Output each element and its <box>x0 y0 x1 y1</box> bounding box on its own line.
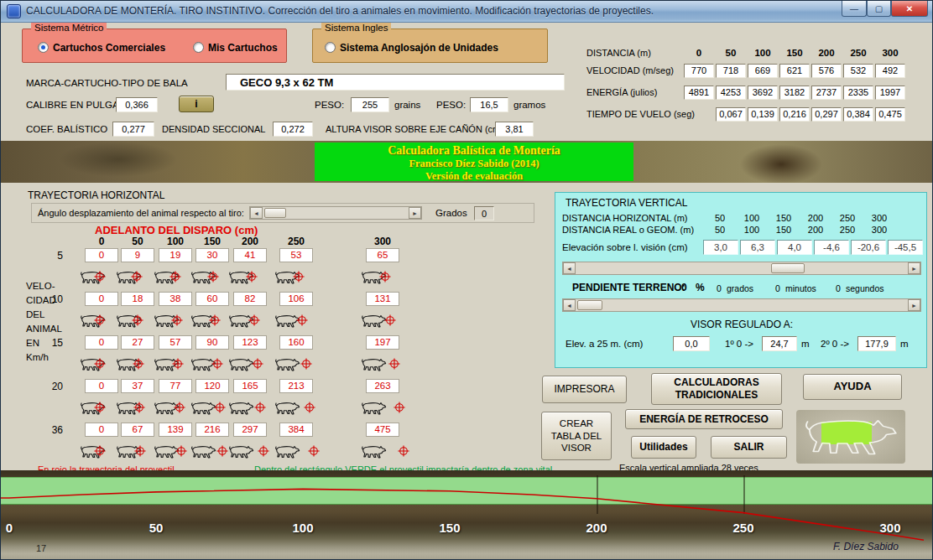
info-button[interactable]: i <box>179 96 214 112</box>
boar-vital-zone-image <box>796 410 905 464</box>
banner: Calculadora Balística de Montería Franci… <box>315 143 633 181</box>
adelanto-value: 475 <box>366 423 399 437</box>
impresora-button[interactable]: IMPRESORA <box>542 376 627 403</box>
ballistics-value: 4891 <box>684 86 714 100</box>
ballistics-value: 2737 <box>811 86 842 100</box>
scroll-left-arrow-icon[interactable]: ◄ <box>250 207 263 219</box>
vertical-scrollbar-thumb[interactable] <box>771 263 805 273</box>
animal-speed-label: 36 <box>41 424 63 436</box>
boar-lead-icon <box>360 441 419 461</box>
app-window: CALCULADORA DE MONTERÍA. TIRO INSTINTIVO… <box>0 0 933 560</box>
speed-axis-word: VELO- <box>26 281 55 291</box>
x-tick-label: 50 <box>149 521 164 535</box>
calibre-input[interactable]: 0,366 <box>116 97 158 112</box>
distance-header: 50 <box>716 48 746 58</box>
peso-grains-label: PESO: <box>315 100 344 110</box>
marca-input[interactable]: GECO 9,3 x 62 TM <box>226 74 565 91</box>
pendiente-label: PENDIENTE TERRENO: <box>572 282 685 293</box>
ballistics-value: 2335 <box>843 86 873 100</box>
radio-sistema-anglosajon[interactable] <box>325 42 336 53</box>
ayuda-button[interactable]: AYUDA <box>803 374 902 400</box>
altura-visor-input[interactable]: 3,81 <box>495 122 534 137</box>
english-group-title: Sistema Ingles <box>321 23 391 33</box>
x-tick-label: 200 <box>586 521 607 535</box>
ballistics-row-label: ENERGÍA (julios) <box>586 87 657 97</box>
adelanto-value: 139 <box>159 423 192 437</box>
banner-title: Calculadora Balística de Montería <box>315 143 633 158</box>
vertical-scrollbar[interactable]: ◄ ► <box>562 262 921 275</box>
adelanto-value: 123 <box>233 335 267 350</box>
radio-label-mis-cartuchos[interactable]: Mis Cartuchos <box>208 42 278 54</box>
radio-label-sistema-anglosajon[interactable]: Sistema Anglosajón de Unidades <box>340 42 498 54</box>
radio-mis-cartuchos[interactable] <box>193 42 204 53</box>
elevation-value: 3,0 <box>703 240 738 255</box>
elev25-input[interactable]: 0,0 <box>673 336 710 351</box>
close-button[interactable]: ✕ <box>891 1 928 17</box>
adelanto-value: 297 <box>233 423 267 437</box>
banner-version: Versión de evaluación <box>315 170 633 183</box>
second-zero-unit: m <box>900 339 909 349</box>
speed-axis-word: EN <box>26 338 39 348</box>
ballistics-value: 0,297 <box>811 107 842 122</box>
peso-gramos-input[interactable]: 16,5 <box>470 97 508 112</box>
crear-tabla-visor-button[interactable]: CREAR TABLA DEL VISOR <box>541 412 612 460</box>
elevation-value: 4,0 <box>777 240 812 255</box>
adelanto-value: 165 <box>233 379 267 393</box>
pendiente-scrollbar-thumb[interactable] <box>577 300 602 310</box>
adelanto-title: ADELANTO DEL DISPARO (cm) <box>95 224 258 236</box>
pendiente-value: 0 <box>681 282 687 293</box>
adelanto-value: 216 <box>195 423 229 437</box>
dist-horizontal-label: DISTANCIA HORIZONTAL (m) <box>562 213 688 223</box>
pendiente-scrollbar[interactable]: ◄ ► <box>562 298 921 312</box>
banner-author: Francisco Díez Sabido (2014) <box>315 158 633 170</box>
scroll-right-arrow-icon[interactable]: ► <box>409 207 421 219</box>
ballistics-value: 4253 <box>716 86 746 100</box>
scroll-right-arrow-icon[interactable]: ► <box>908 299 920 311</box>
scroll-right-arrow-icon[interactable]: ► <box>908 262 920 274</box>
adelanto-value: 0 <box>85 379 118 393</box>
adelanto-value: 38 <box>159 292 192 306</box>
adelanto-value: 90 <box>195 335 229 350</box>
adelanto-value: 106 <box>279 292 313 306</box>
chart-strip: 17 F. Díez Sabido 050100150200250300 <box>1 470 933 560</box>
scroll-left-arrow-icon[interactable]: ◄ <box>563 299 576 311</box>
calculadoras-tradicionales-button[interactable]: CALCULADORAS TRADICIONALES <box>651 373 782 405</box>
dist-horizontal-value: 250 <box>831 213 863 223</box>
app-icon <box>7 4 21 18</box>
window-title: CALCULADORA DE MONTERÍA. TIRO INSTINTIVO… <box>26 5 654 17</box>
coef-input[interactable]: 0,277 <box>112 122 154 137</box>
grados-value: 0 <box>474 206 494 220</box>
adelanto-value: 60 <box>195 292 229 306</box>
marca-label: MARCA-CARTUCHO-TIPO DE BALA <box>26 78 188 88</box>
scroll-left-arrow-icon[interactable]: ◄ <box>563 262 576 274</box>
radio-label-cartuchos-comerciales[interactable]: Cartuchos Comerciales <box>53 42 165 54</box>
dist-real-value: 250 <box>831 225 863 235</box>
angle-scrollbar-thumb[interactable] <box>264 208 286 218</box>
adelanto-col-header: 50 <box>121 236 154 247</box>
radio-cartuchos-comerciales[interactable] <box>38 42 49 53</box>
adelanto-value: 160 <box>279 335 313 350</box>
dist-real-value: 150 <box>768 225 800 235</box>
pendiente-unit-label: minutos <box>785 283 816 293</box>
dist-real-label: DISTANCIA REAL o GEOM. (m) <box>562 225 694 235</box>
minimize-button[interactable]: — <box>842 1 867 17</box>
peso-grains-input[interactable]: 255 <box>351 97 389 112</box>
adelanto-col-header: 150 <box>195 236 229 247</box>
densidad-input[interactable]: 0,272 <box>273 122 313 137</box>
adelanto-value: 27 <box>121 335 154 350</box>
distance-header: 250 <box>843 48 873 58</box>
elevation-value: -45,5 <box>888 240 923 255</box>
energia-retroceso-button[interactable]: ENERGÍA DE RETROCESO <box>625 409 783 429</box>
speed-axis-word: CIDAD <box>26 295 56 305</box>
gramos-unit-label: gramos <box>513 100 545 110</box>
utilidades-button[interactable]: Utilidades <box>631 436 696 459</box>
x-tick-label: 250 <box>732 521 753 535</box>
densidad-label: DENSIDAD SECCIONAL <box>162 124 265 134</box>
maximize-button[interactable]: ▢ <box>867 1 891 17</box>
adelanto-value: 82 <box>233 292 267 306</box>
distance-header: 300 <box>875 48 905 58</box>
angle-scrollbar[interactable]: ◄ ► <box>249 206 422 220</box>
adelanto-col-header: 250 <box>279 236 313 247</box>
salir-button[interactable]: SALIR <box>711 436 787 459</box>
ballistics-value: 492 <box>875 64 905 78</box>
